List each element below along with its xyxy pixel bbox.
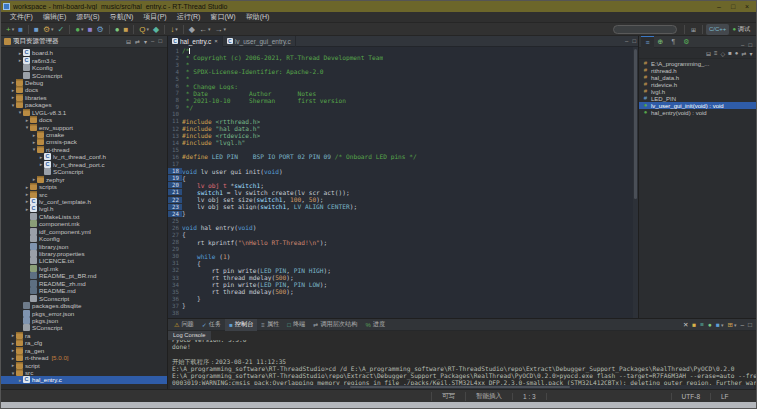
word-wrap-icon[interactable]: ≡ [698, 321, 706, 328]
quick-access-search-input[interactable] [613, 25, 677, 34]
tree-item[interactable]: packages.dbsqlite [1, 302, 167, 309]
console-output[interactable]: PyOCD Version: 3.5.0done! 开始下载程序：2023-08… [168, 340, 756, 385]
code-line[interactable]: 12#include "hal_data.h" [168, 125, 638, 132]
search-icon[interactable]: Q▾ [137, 24, 151, 35]
menu-item[interactable]: 帮助(H) [241, 12, 275, 22]
hide-nonpublic-icon[interactable]: ● [733, 50, 740, 56]
console-view-tab[interactable]: ⇄调用层次结构 [309, 319, 361, 331]
tree-item[interactable]: pkgs_error.json [1, 309, 167, 316]
code-editor[interactable]: 1/*2 * Copyright (c) 2006-2021, RT-Threa… [168, 47, 638, 318]
close-icon[interactable]: × [214, 38, 218, 44]
line-number[interactable]: 26 [168, 225, 182, 231]
tree-item[interactable]: ▸docs [1, 86, 167, 93]
tree-item[interactable]: ▸libraries [1, 94, 167, 101]
tree-item[interactable]: README_pt_BR.md [1, 272, 167, 279]
line-number[interactable]: 19 [168, 175, 182, 181]
code-line[interactable]: 16#define LED_PIN BSP_IO_PORT_02_PIN_09 … [168, 153, 638, 160]
outline-item[interactable]: ●lv_user_gui_init(void) : void [639, 102, 756, 109]
open-element-icon[interactable]: ■ [121, 24, 130, 35]
settings-tab-icon[interactable]: ⚙ [680, 36, 693, 48]
code-line[interactable]: 35 rt_thread_mdelay(500); [168, 288, 638, 295]
line-number[interactable]: 24 [168, 211, 182, 217]
tree-item[interactable]: ▸docs [1, 116, 167, 123]
line-number[interactable]: 6 [168, 83, 182, 89]
clean-icon[interactable]: ✓ [56, 24, 67, 35]
hide-fields-icon[interactable]: ◇ [719, 50, 727, 57]
console-view-tab[interactable]: ≡属性 [257, 319, 283, 331]
code-line[interactable]: 31 { [168, 260, 638, 267]
maximize-icon[interactable]: □ [630, 38, 638, 44]
tree-item[interactable]: README.md [1, 287, 167, 294]
code-line[interactable]: 28 rt_kprintf("\nHello RT-Thread!\n"); [168, 239, 638, 246]
line-number[interactable]: 25 [168, 218, 182, 224]
tree-item[interactable]: ▾rt-thread [1, 146, 167, 153]
clear-console-icon[interactable]: ✕ [681, 321, 690, 329]
cpp-perspective-button[interactable]: C/C++ [706, 24, 729, 35]
project-tree[interactable]: ▸Cboard.h▸Cra6m3.lcKconfigSConscript▸Deb… [1, 48, 167, 389]
line-number[interactable]: 38 [168, 310, 182, 316]
outline-item[interactable]: #E:\A_programming_... [639, 60, 756, 67]
line-number[interactable]: 2 [168, 55, 182, 61]
tree-item[interactable]: ▸Clv_conf_template.h [1, 198, 167, 205]
tree-item[interactable]: ▾packages [1, 101, 167, 108]
minimize-icon[interactable]: – [738, 321, 746, 328]
code-line[interactable]: 4 * SPDX-License-Identifier: Apache-2.0 [168, 68, 638, 75]
menu-item[interactable]: 文件(F) [5, 12, 38, 22]
minimize-icon[interactable]: – [149, 38, 156, 45]
open-perspective-icon[interactable]: ⊞ [688, 24, 699, 35]
code-line[interactable]: 37} [168, 302, 638, 309]
outline-item[interactable]: ●hal_entry(void) : void [639, 109, 756, 116]
link-editor-icon[interactable]: ⇄ [740, 50, 748, 57]
tree-item[interactable]: SConscript [1, 294, 167, 301]
pin-icon[interactable]: ◆ [187, 24, 197, 35]
outline-item[interactable]: #rtthread.h [639, 67, 756, 74]
tree-item[interactable]: ▸Debug [1, 79, 167, 86]
line-number[interactable]: 14 [168, 140, 182, 146]
code-line[interactable]: 13#include <rtdevice.h> [168, 132, 638, 139]
tree-item[interactable]: ▸ra [1, 332, 167, 339]
tree-item[interactable]: ▸ra_cfg [1, 339, 167, 346]
open-console-icon[interactable]: ⊞▾ [725, 321, 738, 329]
tree-item[interactable]: ▸Clv_rt_thread_port.c [1, 161, 167, 168]
code-line[interactable]: 25 [168, 217, 638, 224]
console-hscrollbar[interactable] [170, 385, 754, 389]
code-line[interactable]: 38 [168, 309, 638, 316]
close-button[interactable]: × [740, 2, 754, 11]
line-number[interactable]: 7 [168, 90, 182, 96]
console-view-tab[interactable]: ✓任务 [198, 319, 225, 331]
download-program-icon[interactable]: ↓▾ [168, 24, 180, 35]
log-console-tab[interactable]: Log Console [168, 331, 211, 340]
tree-item[interactable]: SConscript [1, 71, 167, 78]
line-number[interactable]: 23 [168, 204, 182, 210]
build-targets-tab-icon[interactable]: ⊕ [654, 36, 667, 48]
view-menu-icon[interactable]: ▾ [748, 50, 754, 57]
line-number[interactable]: 32 [168, 267, 182, 273]
tree-item[interactable]: ▸src [1, 190, 167, 197]
code-line[interactable]: 1/* [168, 47, 638, 54]
bookmark-icon[interactable]: ◆ [151, 24, 161, 35]
code-line[interactable]: 29 [168, 246, 638, 253]
code-line[interactable]: 24} [168, 210, 638, 217]
tree-item[interactable]: LICENCE.txt [1, 257, 167, 264]
new-wizard-icon[interactable]: +▾ [4, 24, 16, 35]
line-number[interactable]: 22 [168, 197, 182, 203]
tree-item[interactable]: ▸Chal_entry.c [1, 376, 167, 383]
tree-item[interactable]: ▸rt-thread[5.0.0] [1, 354, 167, 361]
code-line[interactable]: 8 * 2021-10-10 Sherman first version [168, 97, 638, 104]
link-editor-icon[interactable]: ⇄ [133, 38, 142, 45]
tree-item[interactable]: ▾LVGL-v8.3.1 [1, 109, 167, 116]
collapse-all-icon[interactable]: ⊟ [705, 50, 713, 57]
tree-item[interactable]: README_zh.md [1, 280, 167, 287]
line-number[interactable]: 12 [168, 126, 182, 132]
documents-tab-icon[interactable]: ¶ [667, 36, 680, 48]
menu-item[interactable]: 窗口(W) [205, 12, 240, 22]
line-number[interactable]: 30 [168, 253, 182, 259]
console-view-tab[interactable]: ■控制台 [225, 319, 257, 331]
maximize-icon[interactable]: □ [746, 321, 754, 328]
tree-item[interactable]: pkgs.json [1, 317, 167, 324]
code-line[interactable]: 18void lv_user_gui_init(void) [168, 168, 638, 175]
code-line[interactable]: 34 rt_pin_write(LED_PIN, PIN_LOW); [168, 281, 638, 288]
outline-tab-icon[interactable]: ≡ [641, 36, 654, 48]
scroll-lock-icon[interactable]: ■ [690, 321, 698, 328]
line-number[interactable]: 9 [168, 104, 182, 110]
